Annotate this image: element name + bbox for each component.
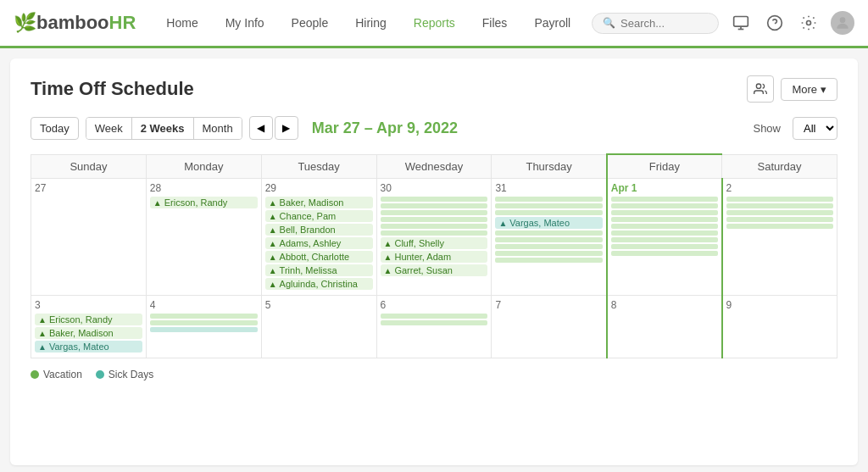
- cell-apr7: 7: [492, 296, 607, 358]
- col-friday: Friday: [607, 154, 722, 179]
- day-number: 3: [35, 299, 142, 311]
- sick-icon: ▲: [498, 219, 507, 228]
- nav-payroll[interactable]: Payroll: [520, 0, 584, 48]
- page-title: Time Off Schedule: [31, 78, 194, 100]
- more-button[interactable]: More ▾: [781, 78, 837, 101]
- event-vargas-mateo-2: ▲ Vargas, Mateo: [35, 341, 142, 353]
- calendar-grid: Sunday Monday Tuesday Wednesday Thursday…: [31, 153, 837, 358]
- two-weeks-button[interactable]: 2 Weeks: [132, 118, 194, 139]
- day-number-apr1: Apr 1: [611, 182, 718, 194]
- event-baker-madison-2: ▲ Baker, Madison: [35, 327, 142, 339]
- svg-point-7: [757, 84, 761, 88]
- cell-mar31: 31 ▲ Vargas, Mateo: [492, 179, 607, 296]
- avatar[interactable]: [831, 11, 854, 35]
- day-number: 29: [265, 182, 373, 194]
- event-ericson-randy-2: ▲ Ericson, Randy: [35, 314, 142, 325]
- cell-mar30: 30 ▲ Cluff, Shelly ▲ Hunter, Adam: [376, 179, 492, 296]
- help-icon[interactable]: [763, 11, 787, 35]
- event-baker-madison: ▲ Baker, Madison: [265, 197, 373, 208]
- day-number: 30: [381, 182, 488, 194]
- day-number: 9: [726, 299, 833, 311]
- cell-mar28: 28 ▲ Ericson, Randy: [146, 179, 261, 296]
- svg-rect-0: [734, 17, 748, 27]
- col-monday: Monday: [146, 154, 261, 179]
- vacation-icon: ▲: [269, 212, 277, 221]
- vacation-icon: ▲: [269, 266, 277, 275]
- event-chance-pam: ▲ Chance, Pam: [265, 210, 373, 222]
- cell-mar29: 29 ▲ Baker, Madison ▲ Chance, Pam ▲ Bell…: [261, 179, 376, 296]
- date-range: Mar 27 – Apr 9, 2022: [312, 119, 458, 137]
- show-label: Show: [753, 122, 781, 135]
- vacation-dot: [31, 370, 39, 379]
- week-row-2: 3 ▲ Ericson, Randy ▲ Baker, Madison ▲ Va…: [31, 296, 837, 358]
- vacation-icon: ▲: [384, 239, 392, 248]
- cell-apr5: 5: [261, 296, 376, 358]
- cell-apr6: 6: [376, 296, 492, 358]
- header-actions: More ▾: [747, 75, 837, 103]
- search-input[interactable]: [620, 17, 705, 30]
- nav-people[interactable]: People: [278, 0, 342, 48]
- day-number: 8: [611, 299, 718, 311]
- calendar-header-row: Sunday Monday Tuesday Wednesday Thursday…: [31, 154, 837, 179]
- search-bar[interactable]: 🔍: [592, 13, 719, 34]
- prev-button[interactable]: ◀: [249, 116, 273, 140]
- nav-links: Home My Info People Hiring Reports Files…: [153, 0, 592, 46]
- navbar: 🌿bambooHR Home My Info People Hiring Rep…: [0, 0, 868, 48]
- day-number: 27: [35, 182, 142, 194]
- event-agluinda-christina: ▲ Agluinda, Christina: [265, 278, 373, 290]
- monitor-icon[interactable]: [729, 11, 753, 35]
- page-header: Time Off Schedule More ▾: [31, 75, 837, 103]
- nav-reports[interactable]: Reports: [400, 0, 469, 48]
- nav-myinfo[interactable]: My Info: [212, 0, 278, 48]
- event-vargas-mateo: ▲ Vargas, Mateo: [495, 217, 602, 229]
- search-icon: 🔍: [603, 17, 615, 29]
- vacation-icon: ▲: [384, 266, 392, 275]
- month-button[interactable]: Month: [194, 118, 242, 139]
- event-cluff-shelly: ▲ Cluff, Shelly: [381, 237, 488, 249]
- day-number: 4: [150, 299, 258, 311]
- sick-label: Sick Days: [108, 369, 153, 380]
- nav-files[interactable]: Files: [469, 0, 521, 48]
- people-add-button[interactable]: [747, 75, 774, 103]
- today-button[interactable]: Today: [31, 117, 79, 140]
- sick-icon: ▲: [38, 342, 47, 352]
- event-bell-brandon: ▲ Bell, Brandon: [265, 224, 373, 236]
- cell-apr3: 3 ▲ Ericson, Randy ▲ Baker, Madison ▲ Va…: [31, 296, 147, 358]
- col-saturday: Saturday: [722, 154, 837, 179]
- vacation-icon: ▲: [269, 239, 277, 248]
- week-button[interactable]: Week: [86, 118, 132, 139]
- cell-apr1: Apr 1: [607, 179, 722, 296]
- col-tuesday: Tuesday: [261, 154, 376, 179]
- logo: 🌿bambooHR: [14, 12, 136, 34]
- logo-text: 🌿bambooHR: [14, 12, 136, 34]
- event-adams-ashley: ▲ Adams, Ashley: [265, 237, 373, 249]
- vacation-icon: ▲: [153, 198, 162, 208]
- show-select[interactable]: All: [793, 117, 837, 140]
- day-number: 5: [265, 299, 373, 311]
- svg-point-6: [840, 17, 846, 23]
- cell-apr9: 9: [722, 296, 837, 358]
- vacation-icon: ▲: [269, 225, 277, 235]
- nav-right: 🔍: [592, 11, 854, 35]
- more-label: More: [792, 83, 817, 96]
- event-abbott-charlotte: ▲ Abbott, Charlotte: [265, 251, 373, 263]
- more-chevron-icon: ▾: [821, 83, 826, 96]
- legend: Vacation Sick Days: [31, 369, 837, 380]
- cell-mar27: 27: [31, 179, 147, 296]
- cell-apr4: 4: [146, 296, 261, 358]
- vacation-icon: ▲: [269, 198, 277, 208]
- col-thursday: Thursday: [492, 154, 607, 179]
- nav-arrows: ◀ ▶: [249, 116, 298, 140]
- legend-vacation: Vacation: [31, 369, 82, 380]
- col-sunday: Sunday: [31, 154, 147, 179]
- legend-sick: Sick Days: [96, 369, 153, 380]
- day-number: 28: [150, 182, 258, 194]
- next-button[interactable]: ▶: [275, 116, 298, 140]
- settings-icon[interactable]: [797, 11, 821, 35]
- cell-apr2: 2: [722, 179, 837, 296]
- nav-home[interactable]: Home: [153, 0, 211, 48]
- week-row-1: 27 28 ▲ Ericson, Randy 29 ▲ Baker, Madis…: [31, 179, 837, 296]
- nav-hiring[interactable]: Hiring: [342, 0, 400, 48]
- vacation-icon: ▲: [384, 253, 392, 262]
- vacation-icon: ▲: [269, 280, 277, 289]
